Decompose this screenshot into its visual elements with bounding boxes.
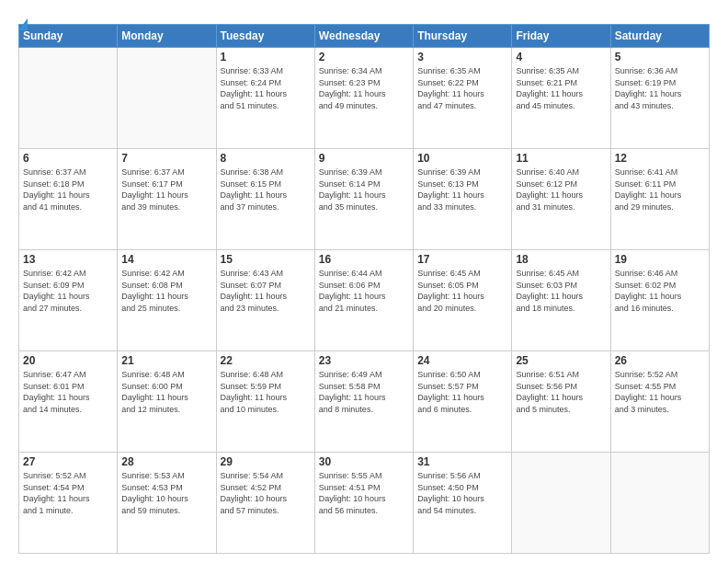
cell-details: Sunrise: 6:42 AMSunset: 6:09 PMDaylight:… [23,268,113,314]
header [18,15,710,17]
day-number: 1 [221,51,311,63]
day-number: 26 [615,354,705,367]
cell-details: Sunrise: 6:39 AMSunset: 6:14 PMDaylight:… [319,167,409,213]
calendar-cell: 13Sunrise: 6:42 AMSunset: 6:09 PMDayligh… [19,250,118,351]
cell-details: Sunrise: 5:55 AMSunset: 4:51 PMDaylight:… [319,470,409,516]
cell-details: Sunrise: 6:35 AMSunset: 6:21 PMDaylight:… [516,65,606,111]
day-number: 19 [615,253,705,266]
calendar-cell [19,48,118,149]
day-number: 25 [516,354,606,367]
day-number: 16 [319,253,409,266]
calendar-cell: 2Sunrise: 6:34 AMSunset: 6:23 PMDaylight… [314,48,413,149]
day-number: 31 [417,455,507,468]
cell-details: Sunrise: 6:49 AMSunset: 5:58 PMDaylight:… [319,369,409,415]
cell-details: Sunrise: 6:45 AMSunset: 6:05 PMDaylight:… [417,268,507,314]
day-number: 8 [221,152,311,165]
day-number: 18 [516,253,606,266]
calendar-cell: 27Sunrise: 5:52 AMSunset: 4:54 PMDayligh… [19,453,118,554]
calendar-cell: 21Sunrise: 6:48 AMSunset: 6:00 PMDayligh… [118,351,216,453]
calendar-cell: 10Sunrise: 6:39 AMSunset: 6:13 PMDayligh… [414,149,512,250]
calendar-cell: 28Sunrise: 5:53 AMSunset: 4:53 PMDayligh… [118,453,216,554]
day-number: 30 [319,455,409,468]
day-number: 7 [121,152,211,165]
calendar-cell: 31Sunrise: 5:56 AMSunset: 4:50 PMDayligh… [414,453,512,554]
cell-details: Sunrise: 6:37 AMSunset: 6:18 PMDaylight:… [23,167,113,213]
day-number: 27 [23,455,113,468]
day-number: 13 [23,253,113,266]
cell-details: Sunrise: 6:44 AMSunset: 6:06 PMDaylight:… [319,268,409,314]
cell-details: Sunrise: 6:48 AMSunset: 5:59 PMDaylight:… [221,369,311,415]
day-number: 3 [417,51,507,63]
cell-details: Sunrise: 6:33 AMSunset: 6:24 PMDaylight:… [221,65,311,111]
calendar-cell: 4Sunrise: 6:35 AMSunset: 6:21 PMDaylight… [512,48,610,149]
calendar-cell [610,453,709,554]
cell-details: Sunrise: 5:54 AMSunset: 4:52 PMDaylight:… [221,470,311,516]
calendar-week-2: 6Sunrise: 6:37 AMSunset: 6:18 PMDaylight… [19,149,710,250]
cell-details: Sunrise: 6:51 AMSunset: 5:56 PMDaylight:… [516,369,606,415]
cell-details: Sunrise: 6:38 AMSunset: 6:15 PMDaylight:… [221,167,311,213]
cell-details: Sunrise: 5:52 AMSunset: 4:54 PMDaylight:… [23,470,113,516]
cell-details: Sunrise: 6:36 AMSunset: 6:19 PMDaylight:… [615,65,705,111]
cell-details: Sunrise: 5:56 AMSunset: 4:50 PMDaylight:… [417,470,507,516]
calendar-cell: 23Sunrise: 6:49 AMSunset: 5:58 PMDayligh… [314,351,413,453]
calendar-cell: 12Sunrise: 6:41 AMSunset: 6:11 PMDayligh… [610,149,709,250]
day-number: 10 [417,152,507,165]
calendar-cell: 26Sunrise: 5:52 AMSunset: 4:55 PMDayligh… [610,351,709,453]
calendar-cell: 30Sunrise: 5:55 AMSunset: 4:51 PMDayligh… [314,453,413,554]
cell-details: Sunrise: 6:48 AMSunset: 6:00 PMDaylight:… [121,369,211,415]
day-number: 22 [221,354,311,367]
calendar-cell: 9Sunrise: 6:39 AMSunset: 6:14 PMDaylight… [314,149,413,250]
calendar-cell: 24Sunrise: 6:50 AMSunset: 5:57 PMDayligh… [414,351,512,453]
calendar-cell: 7Sunrise: 6:37 AMSunset: 6:17 PMDaylight… [118,149,216,250]
day-number: 15 [221,253,311,266]
weekday-header-friday: Friday [512,25,610,48]
cell-details: Sunrise: 6:43 AMSunset: 6:07 PMDaylight:… [221,268,311,314]
day-number: 12 [615,152,705,165]
calendar-header-row: SundayMondayTuesdayWednesdayThursdayFrid… [19,25,710,48]
calendar-cell: 25Sunrise: 6:51 AMSunset: 5:56 PMDayligh… [512,351,610,453]
day-number: 21 [121,354,211,367]
calendar-cell: 20Sunrise: 6:47 AMSunset: 6:01 PMDayligh… [19,351,118,453]
cell-details: Sunrise: 5:53 AMSunset: 4:53 PMDaylight:… [121,470,211,516]
calendar-cell: 16Sunrise: 6:44 AMSunset: 6:06 PMDayligh… [314,250,413,351]
calendar-cell: 3Sunrise: 6:35 AMSunset: 6:22 PMDaylight… [414,48,512,149]
calendar-cell: 29Sunrise: 5:54 AMSunset: 4:52 PMDayligh… [216,453,314,554]
calendar-cell: 22Sunrise: 6:48 AMSunset: 5:59 PMDayligh… [216,351,314,453]
cell-details: Sunrise: 6:37 AMSunset: 6:17 PMDaylight:… [121,167,211,213]
calendar-week-3: 13Sunrise: 6:42 AMSunset: 6:09 PMDayligh… [19,250,710,351]
page: SundayMondayTuesdayWednesdayThursdayFrid… [0,0,728,563]
cell-details: Sunrise: 6:50 AMSunset: 5:57 PMDaylight:… [417,369,507,415]
calendar-table: SundayMondayTuesdayWednesdayThursdayFrid… [18,24,710,554]
weekday-header-sunday: Sunday [19,25,118,48]
day-number: 17 [417,253,507,266]
calendar-cell: 19Sunrise: 6:46 AMSunset: 6:02 PMDayligh… [610,250,709,351]
calendar-week-1: 1Sunrise: 6:33 AMSunset: 6:24 PMDaylight… [19,48,710,149]
cell-details: Sunrise: 6:34 AMSunset: 6:23 PMDaylight:… [319,65,409,111]
weekday-header-wednesday: Wednesday [314,25,413,48]
calendar-cell: 11Sunrise: 6:40 AMSunset: 6:12 PMDayligh… [512,149,610,250]
weekday-header-tuesday: Tuesday [216,25,314,48]
day-number: 23 [319,354,409,367]
cell-details: Sunrise: 6:47 AMSunset: 6:01 PMDaylight:… [23,369,113,415]
calendar-cell [512,453,610,554]
calendar-cell: 14Sunrise: 6:42 AMSunset: 6:08 PMDayligh… [118,250,216,351]
weekday-header-saturday: Saturday [610,25,709,48]
day-number: 28 [121,455,211,468]
calendar-cell: 8Sunrise: 6:38 AMSunset: 6:15 PMDaylight… [216,149,314,250]
day-number: 24 [417,354,507,367]
cell-details: Sunrise: 6:46 AMSunset: 6:02 PMDaylight:… [615,268,705,314]
cell-details: Sunrise: 5:52 AMSunset: 4:55 PMDaylight:… [615,369,705,415]
cell-details: Sunrise: 6:45 AMSunset: 6:03 PMDaylight:… [516,268,606,314]
cell-details: Sunrise: 6:41 AMSunset: 6:11 PMDaylight:… [615,167,705,213]
day-number: 5 [615,51,705,63]
day-number: 6 [23,152,113,165]
cell-details: Sunrise: 6:42 AMSunset: 6:08 PMDaylight:… [121,268,211,314]
calendar-cell: 17Sunrise: 6:45 AMSunset: 6:05 PMDayligh… [414,250,512,351]
calendar-cell: 15Sunrise: 6:43 AMSunset: 6:07 PMDayligh… [216,250,314,351]
day-number: 2 [319,51,409,63]
day-number: 11 [516,152,606,165]
cell-details: Sunrise: 6:35 AMSunset: 6:22 PMDaylight:… [417,65,507,111]
logo-triangle-icon [18,18,28,30]
calendar-cell: 5Sunrise: 6:36 AMSunset: 6:19 PMDaylight… [610,48,709,149]
calendar-week-5: 27Sunrise: 5:52 AMSunset: 4:54 PMDayligh… [19,453,710,554]
